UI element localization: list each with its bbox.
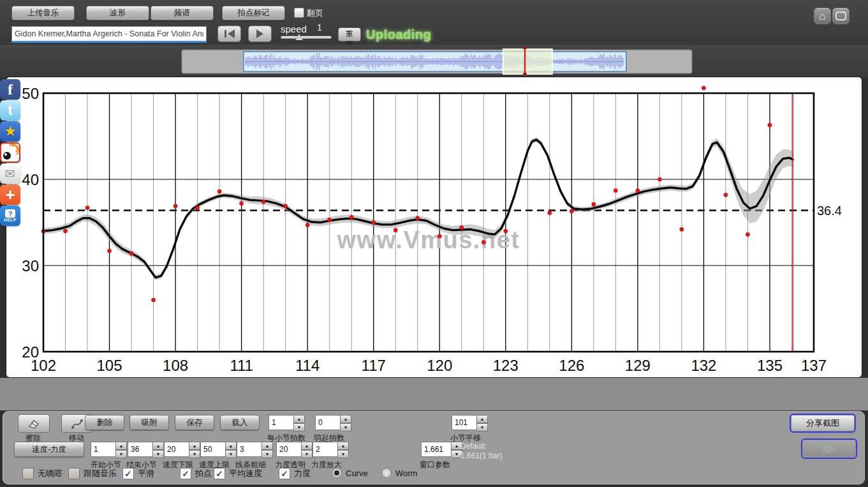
spinner-arrows[interactable]: ▲▼ [477,415,488,430]
tempo-chart[interactable]: www.Vmus.net1021051081111141171201231261… [6,77,862,377]
tempo-dynamics-mode-button[interactable]: 速度-力度 [14,442,84,457]
twitter-share-icon[interactable]: t [0,100,20,121]
beat-tempo-dot[interactable] [768,123,772,127]
smooth-checkbox[interactable]: ✓ [122,468,134,479]
spinner-arrows[interactable]: ▲▼ [302,442,313,457]
erase-tool-button[interactable] [18,414,50,433]
start-bar-value[interactable]: 1 [91,442,116,457]
upload-music-button[interactable]: 上传音乐 [11,6,75,20]
beat-tempo-dot[interactable] [240,202,244,206]
dynamics-scale-value[interactable]: 2 [313,442,338,457]
beat-tempo-dot[interactable] [746,232,749,236]
follow-music-checkbox[interactable]: ✓ [68,468,80,479]
beat-tempo-dot[interactable] [63,229,67,233]
beat-tempo-dot[interactable] [349,215,353,219]
beat-tempo-dot[interactable] [702,86,705,90]
addthis-share-icon[interactable]: + [0,184,20,205]
worm-mode-option[interactable]: Worm [381,468,417,478]
speed-slider[interactable] [281,36,332,39]
spinner-arrows[interactable]: ▲▼ [153,442,164,457]
waveform-overview[interactable] [0,45,868,77]
beat-tempo-dot[interactable] [636,188,640,192]
beat-tempo-dot[interactable] [460,226,464,230]
beat-tempo-dot[interactable] [261,200,265,204]
share-screenshot-button[interactable]: 分享截图 [791,415,855,431]
average-tempo-option[interactable]: ✓平均速度 [214,468,262,479]
beat-tempo-dot[interactable] [438,234,441,238]
home-button[interactable]: ⌂ [814,8,831,24]
tempo-min-value[interactable]: 20 [164,442,189,457]
beat-tempo-dot[interactable] [85,206,89,209]
spinner-arrows[interactable]: ▲▼ [341,415,351,430]
spinner-arrows[interactable]: ▲▼ [294,415,305,430]
waveform-view-button[interactable]: 波形 [86,6,149,20]
speed-slider-thumb[interactable] [295,34,303,40]
pickup-beats-value[interactable]: 0 [315,415,341,430]
beat-tempo-dot[interactable] [504,229,508,233]
beat-tempo-dot[interactable] [129,251,133,255]
spinner-arrows[interactable]: ▲▼ [116,442,127,457]
dynamics-checkbox[interactable]: ✓ [279,468,290,479]
save-button[interactable]: 保存 [175,415,214,430]
beat-tempo-dot[interactable] [416,216,420,220]
beat-tempo-dot[interactable] [217,190,221,193]
no-tick-sound-checkbox[interactable]: ✓ [22,468,34,479]
beat-tempo-dot[interactable] [328,218,332,221]
fullscreen-button[interactable] [832,8,850,24]
beat-tempo-dot[interactable] [548,211,552,215]
reset-button[interactable]: 重置 [338,27,361,41]
follow-music-option[interactable]: ✓跟随音乐 [68,468,117,479]
beat-tempo-dot[interactable] [614,188,617,192]
spinner-arrows[interactable]: ▲▼ [262,442,273,457]
beat-tempo-dot[interactable] [592,202,596,206]
no-tick-sound-option[interactable]: ✓无嘀嗒 [22,468,63,479]
track-title-input[interactable] [11,26,207,43]
delete-button[interactable]: 删除 [85,415,124,430]
help-icon[interactable]: ? HELP [0,206,20,226]
smooth-option[interactable]: ✓平滑 [122,468,154,479]
weibo-share-icon[interactable] [0,142,20,163]
beat-tempo-dot[interactable] [482,240,485,244]
beat-tempo-dot[interactable] [724,193,728,197]
beat-mark-button[interactable]: 拍点标记 [222,6,285,20]
beat-tempo-dot[interactable] [394,229,397,232]
spinner-arrows[interactable]: ▲▼ [189,442,200,457]
beat-points-option[interactable]: ✓拍点 [180,468,212,479]
page-turn-checkbox[interactable] [294,8,304,18]
dynamics-option[interactable]: ✓力度 [279,468,311,479]
worm-mode-radio[interactable] [381,468,392,478]
window-param-spinner: 1.661 ▲▼ [421,442,462,457]
beat-tempo-dot[interactable] [107,249,111,253]
line-width-value[interactable]: 3 [237,442,262,457]
curve-mode-option[interactable]: Curve [332,468,368,478]
spinner-arrows[interactable]: ▲▼ [338,442,349,457]
spinner-arrows[interactable]: ▲▼ [226,442,237,457]
play-button[interactable] [248,26,272,42]
spectrum-view-button[interactable]: 频谱 [151,6,214,20]
end-bar-value[interactable]: 36 [128,442,153,457]
qzone-share-icon[interactable]: ★ [0,121,20,142]
dynamics-alpha-value[interactable]: 20 [276,442,302,457]
average-tempo-checkbox[interactable]: ✓ [214,468,225,479]
beat-tempo-dot[interactable] [173,204,177,208]
beat-tempo-dot[interactable] [151,298,155,302]
beats-per-bar-value[interactable]: 1 [268,415,294,430]
curve-mode-radio[interactable] [332,468,342,478]
mail-share-icon[interactable]: ✉ [0,163,20,184]
beat-points-checkbox[interactable]: ✓ [180,468,191,479]
load-button[interactable]: 载入 [220,415,260,430]
tempo-max-value[interactable]: 50 [200,442,226,457]
beat-tempo-dot[interactable] [680,227,684,231]
window-param-value[interactable]: 1.661 [421,442,452,457]
beat-tempo-dot[interactable] [284,204,288,208]
beat-tempo-dot[interactable] [305,223,309,227]
worm-mode-label: Worm [395,468,417,478]
beat-tempo-dot[interactable] [372,220,376,224]
snap-button[interactable]: 吸附 [129,415,169,430]
beat-tempo-dot[interactable] [196,206,200,209]
skip-back-button[interactable] [217,26,241,42]
beat-tempo-dot[interactable] [658,177,661,181]
beat-tempo-dot[interactable] [570,209,573,213]
bar-shift-value[interactable]: 101 [452,415,477,430]
facebook-share-icon[interactable]: f [0,79,20,100]
